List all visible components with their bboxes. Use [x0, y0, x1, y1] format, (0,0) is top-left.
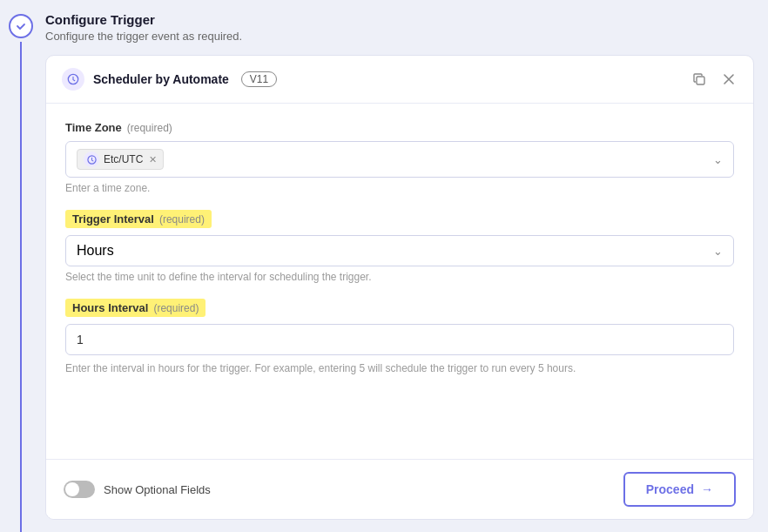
hours-interval-field-group: Hours Interval (required) Enter the inte…: [65, 299, 734, 376]
timezone-value: Etc/UTC ✕: [77, 149, 713, 170]
svg-rect-1: [697, 77, 704, 84]
step-line: [20, 42, 22, 532]
proceed-button[interactable]: Proceed →: [623, 472, 736, 507]
copy-button[interactable]: [691, 71, 708, 88]
optional-fields-toggle[interactable]: [64, 481, 95, 498]
trigger-interval-value: Hours: [77, 243, 713, 259]
main-content: Configure Trigger Configure the trigger …: [42, 0, 768, 532]
trigger-interval-selected: Hours: [77, 243, 114, 259]
trigger-interval-highlight: Trigger Interval (required): [65, 210, 212, 228]
page-title: Configure Trigger: [45, 12, 754, 27]
version-badge: V11: [241, 71, 277, 87]
timezone-tag: Etc/UTC ✕: [77, 149, 164, 170]
proceed-arrow-icon: →: [701, 482, 713, 496]
app-name: Scheduler by Automate: [93, 72, 229, 86]
step-circle: [9, 14, 33, 38]
trigger-interval-select[interactable]: Hours ⌄: [65, 235, 734, 266]
scheduler-icon: [62, 68, 84, 91]
timezone-remove-btn[interactable]: ✕: [149, 154, 157, 165]
optional-fields-toggle-row: Show Optional Fields: [64, 481, 211, 498]
timezone-field-group: Time Zone (required) Etc/UTC: [65, 121, 734, 194]
trigger-interval-field-group: Trigger Interval (required) Hours ⌄ Sele…: [65, 210, 734, 283]
card-footer: Show Optional Fields Proceed →: [46, 459, 753, 519]
timezone-select[interactable]: Etc/UTC ✕ ⌄: [65, 141, 734, 178]
trigger-interval-label: Trigger Interval (required): [65, 210, 734, 228]
timezone-chevron-icon: ⌄: [713, 153, 723, 166]
card-header-actions: [691, 71, 738, 88]
hours-interval-hint: Enter the interval in hours for the trig…: [65, 360, 734, 376]
timezone-label: Time Zone (required): [65, 121, 734, 134]
hours-interval-label: Hours Interval (required): [65, 299, 734, 317]
page-subtitle: Configure the trigger event as required.: [45, 30, 754, 43]
proceed-label: Proceed: [646, 482, 694, 496]
toggle-knob: [65, 482, 79, 496]
trigger-interval-chevron-icon: ⌄: [713, 245, 723, 258]
left-sidebar: [0, 0, 42, 532]
trigger-interval-hint: Select the time unit to define the inter…: [65, 271, 734, 283]
close-button[interactable]: [720, 71, 738, 88]
configure-card: Scheduler by Automate V11: [45, 55, 754, 520]
hours-interval-highlight: Hours Interval (required): [65, 299, 205, 317]
tz-clock-icon: [84, 152, 99, 167]
optional-fields-label: Show Optional Fields: [104, 483, 211, 496]
card-header: Scheduler by Automate V11: [46, 56, 753, 104]
timezone-hint: Enter a time zone.: [65, 182, 734, 194]
card-body: Time Zone (required) Etc/UTC: [46, 104, 753, 459]
timezone-selected-value: Etc/UTC: [104, 153, 143, 165]
hours-interval-input[interactable]: [65, 324, 734, 355]
